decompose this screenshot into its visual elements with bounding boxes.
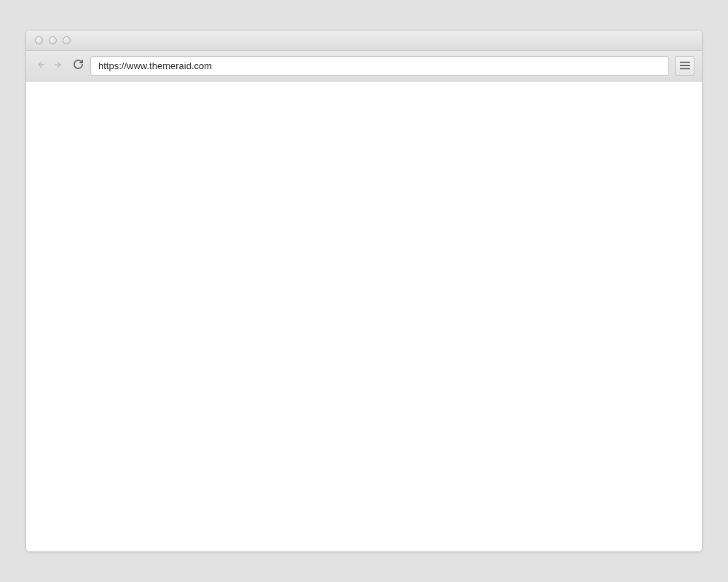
window-maximize-button[interactable] xyxy=(63,36,71,44)
svg-rect-3 xyxy=(680,65,690,66)
page-viewport xyxy=(26,81,702,551)
browser-window xyxy=(26,31,702,551)
arrow-left-icon xyxy=(35,60,45,73)
arrow-right-icon xyxy=(54,60,64,73)
toolbar xyxy=(26,51,702,81)
svg-rect-4 xyxy=(680,68,690,69)
reload-button[interactable] xyxy=(71,60,84,73)
hamburger-icon xyxy=(680,60,690,73)
window-close-button[interactable] xyxy=(35,36,43,44)
window-minimize-button[interactable] xyxy=(49,36,57,44)
forward-button[interactable] xyxy=(52,60,66,73)
svg-rect-2 xyxy=(680,61,690,63)
address-bar[interactable] xyxy=(90,56,669,76)
reload-icon xyxy=(73,59,84,73)
back-button[interactable] xyxy=(33,60,47,73)
titlebar xyxy=(26,31,702,51)
menu-button[interactable] xyxy=(675,56,695,76)
